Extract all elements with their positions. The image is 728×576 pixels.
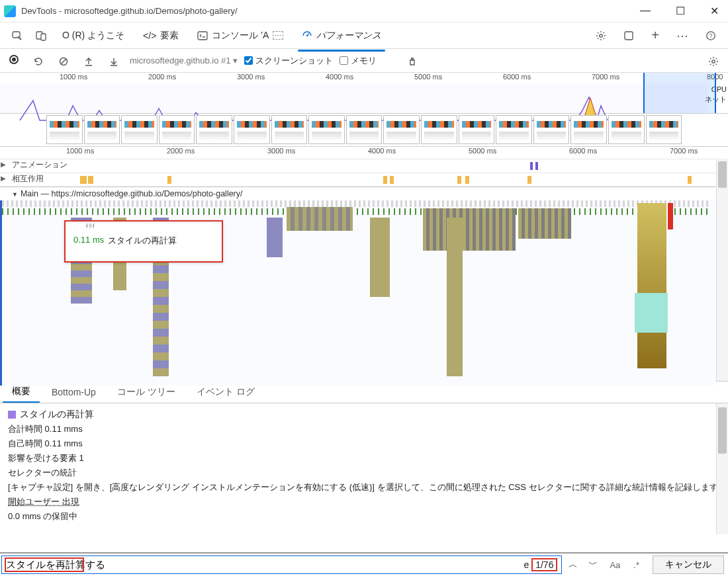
tab-performance[interactable]: パフォーマンス — [293, 26, 390, 46]
svg-rect-2 — [41, 34, 46, 40]
filmstrip-frame[interactable] — [608, 115, 645, 144]
dock-icon[interactable] — [617, 26, 641, 46]
event-tooltip: ｲﾘｲ 0.11 ms スタイルの再計算 — [64, 220, 223, 263]
expand-icon[interactable]: ▶ — [0, 173, 6, 186]
maximize-button[interactable]: ☐ — [670, 2, 690, 20]
device-toggle-icon[interactable] — [29, 26, 53, 46]
filmstrip-frame[interactable] — [84, 115, 120, 144]
overview-timeline[interactable]: 1000 ms 2000 ms 3000 ms 4000 ms 5000 ms … — [0, 73, 728, 114]
tab-bottom-up[interactable]: Bottom-Up — [42, 383, 105, 401]
screenshot-filmstrip[interactable] — [0, 114, 728, 147]
lane-animations[interactable]: ▶ アニメーション — [0, 159, 716, 173]
filmstrip-frame[interactable] — [308, 115, 345, 144]
filmstrip-frame[interactable] — [121, 115, 158, 144]
tab-performance-label: パフォーマンス — [316, 30, 381, 42]
svg-point-10 — [712, 60, 715, 62]
summary-total-time: 合計時間 0.11 mms — [8, 423, 720, 435]
svg-point-4 — [306, 34, 308, 36]
performance-toolbar: microsoftedge.github.io #1 ▾ スクリーンショット メ… — [0, 49, 728, 73]
search-count-prefix: e — [523, 559, 529, 570]
filmstrip-frame[interactable] — [496, 115, 532, 144]
filmstrip-frame[interactable] — [196, 115, 232, 144]
filmstrip-frame[interactable] — [570, 115, 607, 144]
tooltip-label: スタイルの再計算 — [108, 235, 177, 247]
search-input[interactable] — [2, 556, 561, 573]
help-icon[interactable]: ? — [699, 26, 723, 46]
tab-welcome-label: O (R) ようこそ — [62, 30, 124, 42]
summary-scrollbar[interactable] — [716, 403, 728, 534]
svg-rect-6 — [625, 32, 633, 40]
tab-elements-label: 要素 — [160, 30, 179, 42]
cpu-overview — [0, 83, 708, 113]
search-case-toggle[interactable]: Aa — [606, 557, 624, 573]
summary-selector-stats: セレクターの統計 — [8, 467, 720, 479]
tab-console-label: コンソール 'A — [212, 30, 269, 42]
clear-button[interactable] — [54, 52, 73, 69]
screenshots-checkbox[interactable]: スクリーンショット — [244, 55, 333, 67]
summary-self-time: 自己時間 0.11 mms — [8, 438, 720, 450]
inspect-icon[interactable] — [5, 26, 29, 46]
expand-icon[interactable]: ▶ — [0, 159, 6, 173]
filmstrip-frame[interactable] — [533, 115, 570, 144]
search-cancel-button[interactable]: キャンセル — [653, 555, 724, 574]
main-lane-title: Main — https://microsoftedge.github.io/D… — [0, 187, 716, 200]
filmstrip-frame[interactable] — [234, 115, 270, 144]
window-titlebar: DevTools - microsoftedge.github.io/Demos… — [0, 0, 728, 22]
lane-interactions[interactable]: ▶ 相互作用 — [0, 173, 716, 186]
flame-ruler: 1000 ms 2000 ms 3000 ms 4000 ms 5000 ms … — [0, 147, 728, 159]
lane-main[interactable]: Main — https://microsoftedge.github.io/D… — [0, 186, 716, 386]
close-button[interactable]: ✕ — [705, 2, 724, 20]
filmstrip-frame[interactable] — [159, 115, 195, 144]
window-controls: — ☐ ✕ — [635, 2, 724, 20]
svg-text:?: ? — [709, 32, 712, 39]
screenshots-label: スクリーンショット — [255, 55, 333, 67]
svg-point-5 — [600, 34, 602, 37]
summary-title: スタイルの再計算 — [20, 409, 94, 421]
flame-chart[interactable]: ｲﾘｲ 0.11 ms スタイルの再計算 — [0, 200, 716, 386]
window-title: DevTools - microsoftedge.github.io/Demos… — [21, 6, 238, 16]
filmstrip-frame[interactable] — [271, 115, 308, 144]
reload-record-button[interactable] — [29, 52, 48, 69]
filmstrip-frame[interactable] — [346, 115, 383, 144]
tab-elements[interactable]: </> 要素 — [134, 26, 188, 46]
elements-icon: </> — [143, 30, 156, 41]
capture-settings-icon[interactable] — [704, 52, 723, 69]
flame-scrollbar[interactable] — [716, 159, 728, 381]
overview-ruler: 1000 ms 2000 ms 3000 ms 4000 ms 5000 ms … — [0, 73, 728, 83]
console-icon — [197, 30, 208, 41]
summary-affected: 影響を受ける要素 1 — [8, 452, 720, 464]
overview-selection[interactable] — [643, 73, 716, 113]
search-count: 1/76 — [531, 558, 557, 571]
summary-pending: 0.0 mms の保留中 — [8, 511, 720, 522]
more-icon[interactable]: ⋯ — [670, 24, 695, 47]
filmstrip-frame[interactable] — [646, 115, 682, 144]
record-button[interactable] — [5, 52, 23, 69]
target-dropdown[interactable]: microsoftedge.github.io #1 ▾ — [130, 56, 238, 65]
upload-button[interactable] — [79, 52, 98, 69]
minimize-button[interactable]: — — [635, 2, 656, 20]
filmstrip-frame[interactable] — [383, 115, 420, 144]
filmstrip-frame[interactable] — [421, 115, 457, 144]
app-icon — [4, 5, 16, 17]
filmstrip-frame[interactable] — [459, 115, 495, 144]
filmstrip-frame[interactable] — [46, 115, 83, 144]
summary-hint: [キャプチャ設定] を開き、[高度なレンダリング インストルメンテーションを有効… — [8, 481, 720, 493]
search-next-button[interactable]: ﹀ — [584, 556, 602, 573]
target-label: microsoftedge.github.io #1 — [130, 56, 230, 65]
tab-welcome[interactable]: O (R) ようこそ — [53, 26, 134, 46]
summary-initiator[interactable]: 開始ユーザー 出現 — [8, 496, 720, 508]
settings-gear-icon[interactable] — [589, 26, 613, 46]
tooltip-duration: 0.11 ms — [73, 235, 104, 247]
add-tab-icon[interactable]: + — [645, 24, 666, 47]
memory-checkbox[interactable]: メモリ — [340, 55, 377, 67]
tab-console[interactable]: コンソール 'A ⋯ — [188, 26, 293, 46]
garbage-collect-button[interactable] — [403, 52, 422, 69]
search-regex-toggle[interactable]: .* — [629, 557, 643, 573]
memory-label: メモリ — [351, 55, 377, 67]
download-button[interactable] — [105, 52, 123, 69]
event-color-swatch — [8, 411, 16, 419]
search-prev-button[interactable]: ︿ — [565, 556, 582, 573]
search-bar: e 1/76 ︿ ﹀ Aa .* キャンセル — [0, 552, 728, 576]
console-extra-icon: ⋯ — [273, 31, 283, 40]
performance-icon — [302, 30, 312, 41]
